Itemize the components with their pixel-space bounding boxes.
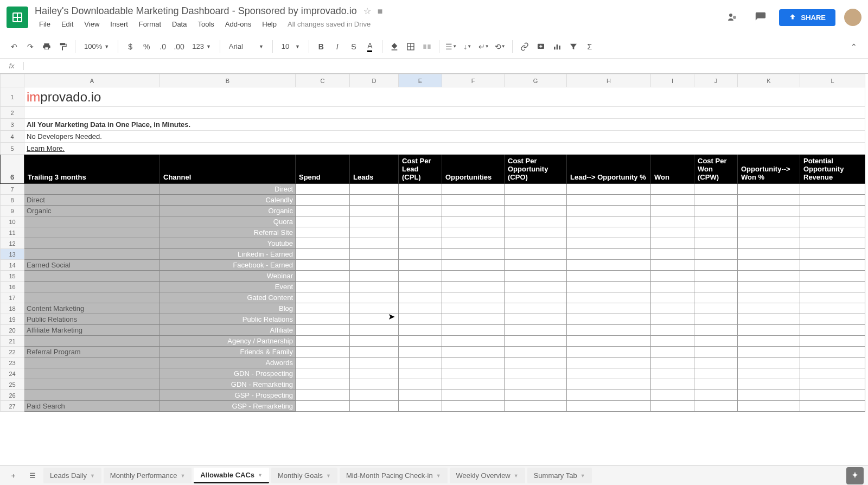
data-cell[interactable] [567,347,651,358]
formula-input[interactable] [24,62,868,70]
channel-cell[interactable]: GDN - Remarketing [160,379,296,390]
channel-cell[interactable]: Friends & Family [160,347,296,358]
data-cell[interactable] [651,260,694,271]
data-cell[interactable] [442,227,505,238]
data-cell[interactable] [350,195,399,206]
data-cell[interactable] [399,347,442,358]
data-cell[interactable] [399,379,442,390]
channel-cell[interactable]: Public Relations [160,314,296,325]
data-cell[interactable] [399,227,442,238]
data-cell[interactable] [442,184,505,195]
category-cell[interactable]: Direct [24,195,160,206]
data-cell[interactable] [505,282,567,292]
data-cell[interactable] [442,368,505,379]
vertical-align-button[interactable]: ↓▼ [460,39,475,54]
channel-cell[interactable]: Organic [160,206,296,216]
data-cell[interactable] [442,325,505,336]
menu-edit[interactable]: Edit [57,19,78,29]
data-cell[interactable] [567,314,651,325]
data-cell[interactable] [350,249,399,260]
channel-cell[interactable]: Youtube [160,238,296,249]
channel-cell[interactable]: GDN - Prospecting [160,368,296,379]
data-cell[interactable] [399,184,442,195]
data-cell[interactable] [694,216,738,227]
decrease-decimal-button[interactable]: .0 [155,39,170,54]
category-cell[interactable]: Public Relations [24,314,160,325]
data-cell[interactable] [694,347,738,358]
data-cell[interactable] [442,358,505,368]
data-cell[interactable] [442,271,505,282]
data-cell[interactable] [800,216,865,227]
data-cell[interactable] [800,401,865,412]
data-cell[interactable] [567,227,651,238]
data-cell[interactable] [800,390,865,401]
data-cell[interactable] [505,347,567,358]
text-color-button[interactable]: A [362,39,378,54]
data-cell[interactable] [442,401,505,412]
data-cell[interactable] [567,303,651,314]
row-header-20[interactable]: 20 [1,325,24,336]
data-cell[interactable] [738,358,800,368]
data-cell[interactable] [505,358,567,368]
row-header-27[interactable]: 27 [1,401,24,412]
data-cell[interactable] [738,227,800,238]
data-cell[interactable] [350,325,399,336]
explore-button[interactable] [846,467,864,484]
data-cell[interactable] [350,216,399,227]
sheets-logo[interactable] [7,7,28,28]
data-cell[interactable] [567,260,651,271]
data-cell[interactable] [399,206,442,216]
data-cell[interactable] [399,216,442,227]
bold-button[interactable]: B [314,39,329,54]
category-cell[interactable] [24,238,160,249]
row-header-10[interactable]: 10 [1,216,24,227]
category-cell[interactable] [24,271,160,282]
data-cell[interactable] [567,379,651,390]
category-cell[interactable] [24,227,160,238]
col-header-C[interactable]: C [296,74,350,87]
merge-cells-button[interactable] [419,39,435,54]
data-cell[interactable] [505,216,567,227]
data-cell[interactable] [350,379,399,390]
data-cell[interactable] [296,314,350,325]
data-cell[interactable] [350,368,399,379]
col-header-I[interactable]: I [651,74,694,87]
data-cell[interactable] [738,195,800,206]
data-cell[interactable] [800,195,865,206]
data-cell[interactable] [296,184,350,195]
data-cell[interactable] [505,260,567,271]
data-cell[interactable] [442,238,505,249]
data-cell[interactable] [505,271,567,282]
data-cell[interactable] [738,336,800,347]
data-cell[interactable] [567,216,651,227]
data-cell[interactable] [738,325,800,336]
data-cell[interactable] [567,282,651,292]
data-cell[interactable] [350,206,399,216]
data-cell[interactable] [651,292,694,303]
channel-cell[interactable]: Agency / Partnership [160,336,296,347]
sheet-tab[interactable]: Monthly Goals▼ [271,468,337,483]
currency-button[interactable]: $ [123,39,138,54]
row-header-12[interactable]: 12 [1,238,24,249]
data-cell[interactable] [694,390,738,401]
data-cell[interactable] [651,282,694,292]
data-cell[interactable] [694,282,738,292]
col-header-E[interactable]: E [399,74,442,87]
percent-button[interactable]: % [139,39,154,54]
category-cell[interactable] [24,249,160,260]
sheet-tab[interactable]: Weekly Overview▼ [450,468,525,483]
data-cell[interactable] [399,260,442,271]
data-cell[interactable] [800,238,865,249]
data-cell[interactable] [694,401,738,412]
add-sheet-button[interactable]: ＋ [4,467,22,484]
data-cell[interactable] [738,238,800,249]
data-cell[interactable] [350,292,399,303]
data-cell[interactable] [399,358,442,368]
data-cell[interactable] [800,249,865,260]
data-cell[interactable] [442,347,505,358]
undo-button[interactable]: ↶ [7,39,22,54]
menu-add-ons[interactable]: Add-ons [221,19,256,29]
data-cell[interactable] [350,390,399,401]
category-cell[interactable]: Referral Program [24,347,160,358]
data-cell[interactable] [694,195,738,206]
